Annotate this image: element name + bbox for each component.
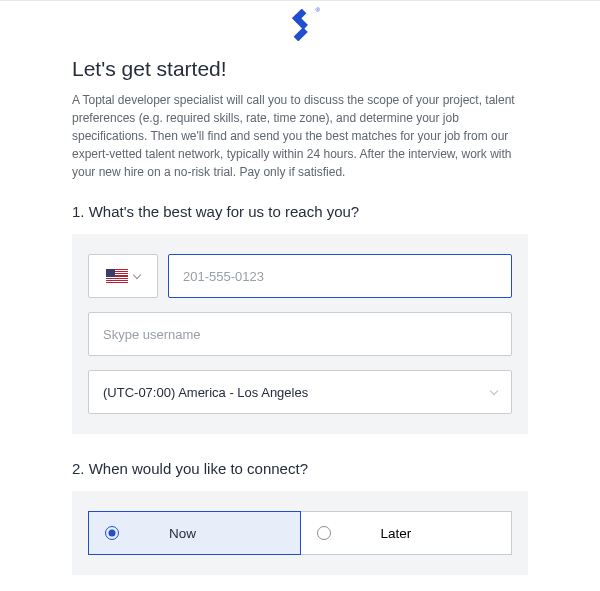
contact-panel: (UTC-07:00) America - Los Angeles: [72, 234, 528, 434]
flag-us-icon: [106, 269, 128, 283]
header: ®: [0, 1, 600, 47]
schedule-option-now[interactable]: Now: [88, 511, 301, 555]
skype-input[interactable]: [88, 312, 512, 356]
page-description: A Toptal developer specialist will call …: [72, 91, 528, 181]
form-container: Let's get started! A Toptal developer sp…: [0, 47, 600, 591]
schedule-option-later[interactable]: Later: [300, 511, 513, 555]
country-code-select[interactable]: [88, 254, 158, 298]
chevron-down-icon: [490, 386, 498, 394]
schedule-option-label: Later: [381, 526, 496, 541]
chevron-down-icon: [133, 270, 141, 278]
brand-logo-icon: ®: [286, 9, 314, 41]
registered-mark: ®: [316, 7, 320, 13]
timezone-selected-value: (UTC-07:00) America - Los Angeles: [103, 385, 308, 400]
phone-input[interactable]: [168, 254, 512, 298]
radio-unselected-icon: [317, 526, 331, 540]
svg-rect-2: [294, 27, 308, 41]
section-contact-label: 1. What's the best way for us to reach y…: [72, 203, 528, 220]
schedule-option-label: Now: [169, 526, 284, 541]
page-title: Let's get started!: [72, 57, 528, 81]
radio-selected-icon: [105, 526, 119, 540]
timezone-select[interactable]: (UTC-07:00) America - Los Angeles: [88, 370, 512, 414]
section-schedule-label: 2. When would you like to connect?: [72, 460, 528, 477]
schedule-panel: Now Later: [72, 491, 528, 575]
